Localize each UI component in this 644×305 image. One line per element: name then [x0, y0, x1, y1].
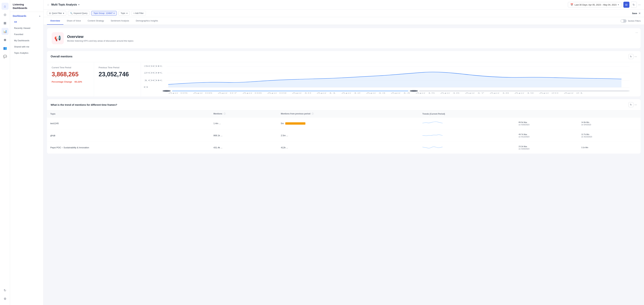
overall-mentions-title: Overall mentions — [51, 55, 72, 58]
star-icon[interactable]: ☆ — [47, 3, 49, 6]
calendar-icon: 📅 — [570, 3, 573, 6]
more-options-button[interactable]: ··· — [638, 3, 641, 6]
message-icon[interactable]: 💬 — [2, 53, 8, 60]
tab-share-of-voice[interactable]: Share of Voice — [64, 17, 84, 25]
max-cell-row0: 89.5k Max on 4/26/2023 — [515, 118, 578, 130]
table-row: ghvjk 868.1k ... 2.5m ... — [47, 130, 641, 142]
current-value: 3,868,265 — [52, 71, 89, 78]
sidebar-item-favorited[interactable]: Favorited — [12, 31, 42, 37]
filter-save-area: Save ✕ — [632, 12, 641, 15]
add-filter-button[interactable]: + Add Filter — [131, 11, 146, 16]
chart-bar-icon[interactable]: ▦ — [2, 20, 8, 26]
overview-more-button[interactable]: ··· — [636, 31, 638, 34]
quick-filter-button[interactable]: ⊟ Quick Filter ▾ — [47, 11, 66, 16]
main-content: ☆ Multi Topic Analysis ▾ 📅 Last 30 Days:… — [44, 0, 644, 305]
topic-group-button[interactable]: Topic Group: 124847 ▾ — [91, 11, 117, 16]
refresh-bottom-icon[interactable]: ↻ — [2, 287, 8, 294]
keyword-query-button[interactable]: 🔍 Keyword Query — [68, 11, 90, 16]
title-dropdown-arrow[interactable]: ▾ — [78, 4, 79, 6]
filter-active-button[interactable]: ⊟ — [623, 2, 630, 8]
sidebar-item-recently-viewed[interactable]: Recently Viewed — [12, 25, 42, 31]
refresh-button[interactable]: ↻ — [631, 2, 637, 8]
globe-icon[interactable]: ◎ — [2, 11, 8, 18]
prev-mentions-cell: 2.5m ... — [278, 130, 419, 142]
trend-refresh-button[interactable]: ↻ — [628, 102, 634, 107]
previous-value: 23,052,746 — [98, 71, 136, 78]
filterbar: ⊟ Quick Filter ▾ 🔍 Keyword Query Topic G… — [44, 10, 644, 17]
mentions-cell: 868.1k ... — [210, 130, 278, 142]
overview-description: Monitor listening KPI's and key areas of… — [67, 40, 134, 42]
mini-chart-row2 — [422, 144, 442, 151]
analytics-icon[interactable]: 📊 — [2, 28, 8, 35]
svg-text:0: 0 — [144, 86, 148, 88]
mini-chart-row1 — [422, 132, 442, 138]
close-filter-button[interactable]: ✕ — [638, 12, 641, 15]
mentions-cell: 1.4m ... — [210, 118, 278, 130]
svg-text:Apr 11: Apr 11 — [317, 92, 336, 94]
sidebar-item-my-dashboards[interactable]: My Dashboards — [12, 38, 42, 44]
topic-filter-button[interactable]: Topic ▾ — [118, 11, 130, 16]
section-filters-switch[interactable] — [620, 19, 626, 23]
sidebar-item-shared-with-me[interactable]: Shared with me — [12, 44, 42, 50]
svg-text:Apr 15: Apr 15 — [416, 92, 435, 94]
trend-bar — [285, 122, 306, 125]
mentions-more-button[interactable]: ··· — [634, 54, 637, 59]
target-icon[interactable]: ◉ — [2, 36, 8, 43]
trend-more-button[interactable]: ··· — [634, 102, 637, 107]
users-icon[interactable]: 👥 — [2, 45, 8, 52]
topic-cell: ghvjk — [47, 130, 210, 142]
topic-cell: Pepsi POC – Sustainability & Innovation — [47, 142, 210, 154]
date-range-selector[interactable]: 📅 Last 30 Days: Apr 05, 2023 – May 04, 2… — [568, 2, 621, 8]
trend-table-card: What is the trend of mentions for differ… — [47, 99, 641, 154]
overview-text: Overview Monitor listening KPI's and key… — [67, 34, 134, 42]
overall-mentions-card: Overall mentions ↻ ··· Current Time Peri… — [47, 51, 641, 96]
topic-cell: test1245 — [47, 118, 210, 130]
svg-text:Apr 12: Apr 12 — [341, 92, 361, 94]
date-dropdown-arrow: ▾ — [618, 4, 619, 6]
tab-overview[interactable]: Overview — [47, 17, 64, 25]
tab-content-strategy[interactable]: Content Strategy — [84, 17, 107, 25]
mini-chart-cell — [419, 130, 515, 142]
current-label: Current Time Period — [52, 66, 89, 69]
megaphone-icon: 📢 — [54, 35, 61, 42]
tab-sentiment-analysis[interactable]: Sentiment Analysis — [107, 17, 132, 25]
current-time-period-col: Current Time Period 3,868,265 Percentage… — [47, 62, 94, 96]
topic-group-arrow: ▾ — [114, 12, 114, 14]
filter-icon: ⊟ — [49, 12, 51, 14]
sidebar-section-dashboards: Dashboards ▲ — [10, 12, 44, 18]
svg-point-10 — [162, 90, 172, 92]
overview-icon-wrap: 📢 — [52, 32, 64, 44]
svg-text:Apr 13: Apr 13 — [366, 92, 386, 94]
tabs: Overview Share of Voice Content Strategy… — [44, 17, 644, 25]
svg-text:200K: 200K — [144, 72, 163, 74]
overview-title: Overview — [67, 34, 134, 39]
prev-mentions-info-icon: ⓘ — [312, 112, 314, 115]
min-cell-row0: 14.9k Min on 5/4/2023 — [578, 118, 641, 130]
overview-header-card: 📢 Overview Monitor listening KPI's and k… — [47, 28, 641, 48]
sidebar-right: Listening Dashboards Dashboards ▲ All Re… — [10, 0, 44, 305]
search-icon: 🔍 — [70, 12, 72, 14]
table-row: Pepsi POC – Sustainability & Innovation … — [47, 142, 641, 154]
sidebar-item-topic-analytics[interactable]: Topic Analytics — [12, 50, 42, 56]
save-button[interactable]: Save — [632, 12, 637, 14]
mini-chart-cell — [419, 118, 515, 130]
svg-text:Apr 17: Apr 17 — [465, 92, 484, 94]
tab-demographics-insights[interactable]: Demographics Insights — [132, 17, 161, 25]
previous-label: Previous Time Period — [98, 66, 136, 69]
svg-text:Apr 20: Apr 20 — [539, 92, 558, 94]
mentions-chart: 300K 200K 100K 0 — [144, 64, 638, 94]
prev-mentions-value: 412k ... — [281, 146, 288, 149]
min-cell-row2: 3.1k Min — [578, 142, 641, 154]
mentions-refresh-button[interactable]: ↻ — [628, 54, 634, 59]
sidebar-item-all[interactable]: All — [12, 19, 42, 25]
logo: Listening Dashboards — [13, 3, 41, 10]
stats-card-header: Overall mentions ↻ ··· — [47, 51, 641, 62]
prev-mentions-value: 5m — [281, 122, 284, 125]
sidebar-left: ⌂ ◎ ▦ 📊 ◉ 👥 💬 ↻ ⚙ — [0, 0, 10, 305]
collapse-icon[interactable]: ▲ — [39, 15, 41, 17]
svg-point-11 — [409, 90, 419, 92]
svg-text:Apr 07: Apr 07 — [218, 92, 237, 94]
max-cell-row1: 49.7k Max on 4/12/2023 — [515, 130, 578, 142]
settings-icon[interactable]: ⚙ — [2, 295, 8, 302]
home-icon[interactable]: ⌂ — [2, 3, 8, 10]
